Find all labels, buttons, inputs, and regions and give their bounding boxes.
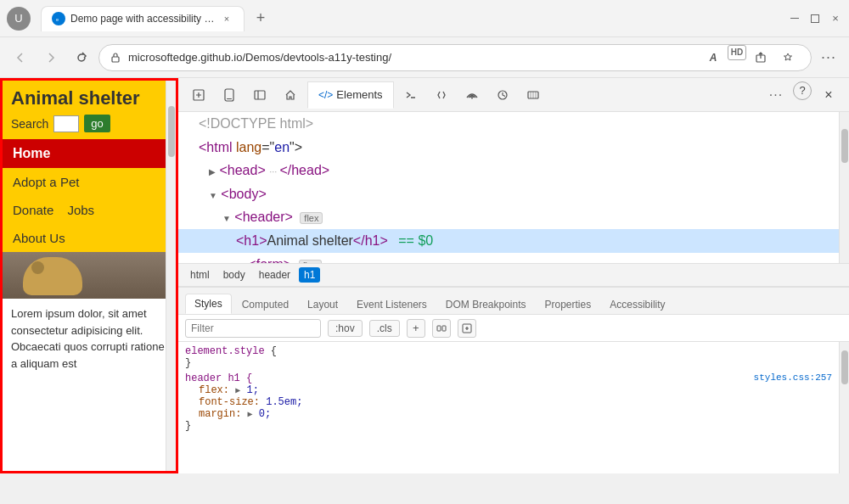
svg-rect-3 [812,14,819,22]
nav-donate-item[interactable]: Donate [13,203,53,217]
flex-expand-icon[interactable]: ▶ [235,386,240,395]
search-go-button[interactable]: go [84,115,110,132]
devtools-sources-tool[interactable] [428,81,455,109]
svg-point-11 [471,97,473,98]
breadcrumb-body[interactable]: body [218,267,250,283]
tab-dom-breakpoints[interactable]: DOM Breakpoints [437,295,535,314]
maximize-button[interactable] [808,12,822,25]
breadcrumb-bar: html body header h1 [178,263,849,287]
elements-tab-label: Elements [336,88,382,101]
styles-scrollbar-thumb[interactable] [841,350,848,384]
read-aloud-icon[interactable]: A [700,45,726,70]
browser-more-button[interactable]: ··· [815,44,842,71]
devtools-network-tool[interactable] [458,81,486,109]
header-h1-selector[interactable]: header h1 { [185,372,252,384]
address-icons: A HD [700,45,801,70]
nav-donate-jobs-row[interactable]: Donate Jobs [3,196,176,224]
forward-button[interactable] [37,44,65,71]
navigation-menu: Home Adopt a Pet Donate Jobs About Us [3,139,176,252]
tab-accessibility[interactable]: Accessibility [601,295,673,314]
user-avatar[interactable]: U [7,7,31,31]
devtools-more-button[interactable]: ··· [762,81,790,109]
html-scrollbar[interactable] [839,112,849,263]
margin-expand-icon[interactable]: ▶ [248,410,253,419]
flex-badge: flex [300,212,323,224]
devtools-inspect-tool[interactable] [185,81,212,109]
devtools-panel: </> Elements ··· ? × [178,78,849,473]
html-line-header[interactable]: ▼ <header> flex [178,205,839,229]
devtools-device-tool[interactable] [216,81,243,109]
html-line-h1[interactable]: <h1>Animal shelter</h1> == $0 [178,229,839,253]
cls-button[interactable]: .cls [369,320,400,337]
favorites-icon[interactable] [775,45,801,70]
html-line-form[interactable]: ▼ <form> flex [178,253,839,263]
doctype-text: <!DOCTYPE html> [199,116,313,131]
site-content: Lorem ipsum dolor, sit amet consectetur … [3,299,176,378]
devtools-right-tools: ··· ? × [762,81,842,109]
new-style-rule-button[interactable] [458,319,476,338]
styles-filter-row: :hov .cls + [178,315,849,342]
refresh-button[interactable] [68,44,95,71]
styles-scrollbar[interactable] [839,342,849,473]
nav-about-item[interactable]: About Us [3,224,176,252]
breadcrumb-html[interactable]: html [185,267,215,283]
url-text: microsoftedge.github.io/Demos/devtools-a… [128,51,694,64]
font-size-prop[interactable]: font-size: 1.5em; [185,396,832,408]
triangle-icon: ▶ [209,167,216,176]
html-scrollbar-thumb[interactable] [841,129,848,163]
hd-icon[interactable]: HD [728,45,746,60]
devtools-help-button[interactable]: ? [793,81,812,100]
pseudo-element-button[interactable] [432,319,451,338]
nav-jobs-item[interactable]: Jobs [67,203,94,217]
element-style-selector[interactable]: element.style { [185,345,832,357]
html-line-body[interactable]: ▼ <body> [178,182,839,206]
html-line-html[interactable]: <html lang="en"> [178,136,839,160]
bottom-tabs: Styles Computed Layout Event Listeners D… [178,288,849,315]
flex-prop[interactable]: flex: ▶ 1; [185,384,832,396]
main-area: Animal shelter Search go Home Adopt a Pe… [0,78,849,473]
add-style-button[interactable]: + [407,319,425,338]
new-tab-button[interactable]: + [248,6,273,31]
devtools-performance-tool[interactable] [489,81,516,109]
tab-layout[interactable]: Layout [299,295,346,314]
nav-home-item[interactable]: Home [3,139,176,168]
tab-event-listeners[interactable]: Event Listeners [348,295,436,314]
browser-tab[interactable]: e Demo page with accessibility issu × [41,6,245,31]
devtools-sidebar-tool[interactable] [246,81,273,109]
tab-close-button[interactable]: × [220,12,233,25]
styles-file-link[interactable]: styles.css:257 [754,372,832,384]
webpage-scrollbar[interactable] [166,81,176,471]
breadcrumb-header[interactable]: header [254,267,295,283]
search-form: Search go [11,115,167,132]
close-button[interactable]: × [829,12,842,25]
minimize-button[interactable] [788,12,801,25]
hov-button[interactable]: :hov [328,320,363,337]
url-bar[interactable]: microsoftedge.github.io/Demos/devtools-a… [98,44,812,71]
site-title: Animal shelter [11,87,167,109]
header-h1-rule: header h1 { styles.css:257 flex: ▶ 1; fo… [185,372,832,432]
devtools-close-button[interactable]: × [815,81,842,109]
margin-prop[interactable]: margin: ▶ 0; [185,408,832,420]
devtools-memory-tool[interactable] [520,81,547,109]
svg-rect-17 [437,326,441,331]
tab-styles[interactable]: Styles [185,294,232,314]
html-line-doctype[interactable]: <!DOCTYPE html> [178,112,839,136]
scrollbar-thumb[interactable] [168,106,175,157]
share-icon[interactable] [748,45,773,70]
tab-computed[interactable]: Computed [233,295,297,314]
devtools-elements-tab[interactable]: </> Elements [307,81,394,109]
bottom-panel: Styles Computed Layout Event Listeners D… [178,287,849,473]
rule-close: } [185,420,832,432]
html-line-head[interactable]: ▶ <head> ··· </head> [178,159,839,182]
devtools-console-tool[interactable] [397,81,424,109]
nav-adopt-item[interactable]: Adopt a Pet [3,168,176,196]
address-bar: microsoftedge.github.io/Demos/devtools-a… [0,37,849,78]
html-content: <!DOCTYPE html> <html lang="en"> ▶ <head… [178,112,839,263]
svg-rect-8 [227,98,232,99]
search-input[interactable] [53,115,79,132]
breadcrumb-h1[interactable]: h1 [299,267,320,283]
back-button[interactable] [7,44,34,71]
devtools-home-tool[interactable] [277,81,304,109]
tab-properties[interactable]: Properties [537,295,600,314]
styles-filter-input[interactable] [185,319,321,338]
